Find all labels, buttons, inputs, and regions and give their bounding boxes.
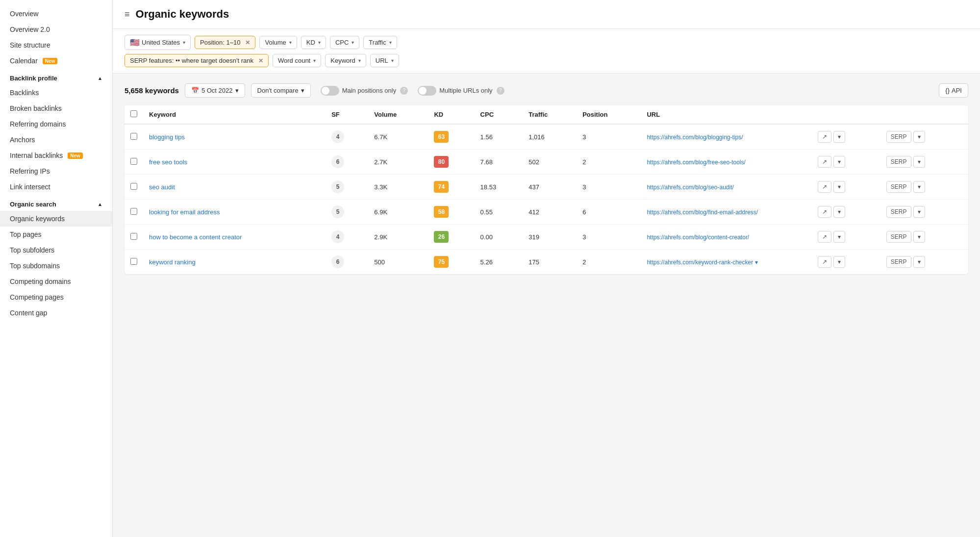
filter-traffic[interactable]: Traffic ▾ <box>363 36 397 49</box>
content-area: 5,658 keywords 📅 5 Oct 2022 ▾ Don't comp… <box>113 74 980 284</box>
keyword-link[interactable]: how to become a content creator <box>149 233 242 241</box>
row-sf: 4 <box>326 225 368 250</box>
filter-position[interactable]: Position: 1–10 ✕ <box>195 36 255 49</box>
filter-word-count[interactable]: Word count ▾ <box>273 54 321 67</box>
compare-button[interactable]: Don't compare ▾ <box>251 83 311 98</box>
sidebar-item-top-subdomains[interactable]: Top subdomains <box>0 258 112 274</box>
serp-dropdown-button[interactable]: ▾ <box>913 231 925 243</box>
close-icon[interactable]: ✕ <box>245 39 250 46</box>
multiple-urls-help-icon[interactable]: ? <box>497 87 504 95</box>
main-positions-toggle-group: Main positions only ? <box>321 86 408 96</box>
row-keyword: how to become a content creator <box>143 225 326 250</box>
sidebar-item-anchors[interactable]: Anchors <box>0 132 112 148</box>
serp-button[interactable]: SERP <box>886 231 911 243</box>
row-position: 3 <box>577 175 641 200</box>
chart-button[interactable]: ↗ <box>818 131 831 143</box>
sidebar-item-competing-pages[interactable]: Competing pages <box>0 289 112 305</box>
main-positions-toggle[interactable] <box>321 86 339 96</box>
serp-button[interactable]: SERP <box>886 156 911 168</box>
filter-volume[interactable]: Volume ▾ <box>259 36 297 49</box>
row-volume: 500 <box>368 250 428 275</box>
url-link[interactable]: https://ahrefs.com/blog/content-creator/ <box>647 234 749 241</box>
chart-button[interactable]: ↗ <box>818 256 831 268</box>
sidebar-item-referring-domains[interactable]: Referring domains <box>0 116 112 132</box>
chart-button[interactable]: ↗ <box>818 206 831 218</box>
sidebar-item-overview2[interactable]: Overview 2.0 <box>0 22 112 37</box>
serp-button[interactable]: SERP <box>886 206 911 218</box>
row-checkbox[interactable] <box>130 233 137 240</box>
sidebar-item-content-gap[interactable]: Content gap <box>0 305 112 321</box>
row-checkbox[interactable] <box>130 158 137 165</box>
sidebar-item-competing-domains[interactable]: Competing domains <box>0 274 112 289</box>
filter-country[interactable]: 🇺🇸 United States ▾ <box>125 35 191 50</box>
sidebar-item-broken-backlinks[interactable]: Broken backlinks <box>0 101 112 116</box>
sidebar-item-internal-backlinks[interactable]: Internal backlinks New <box>0 148 112 163</box>
api-button[interactable]: {} API <box>939 83 968 98</box>
filter-row-2: SERP features: •• where target doesn't r… <box>125 54 968 67</box>
chevron-down-icon-traffic: ▾ <box>389 40 392 45</box>
row-serp-action: SERP ▾ <box>880 150 968 175</box>
row-checkbox[interactable] <box>130 183 137 190</box>
row-serp-action: SERP ▾ <box>880 124 968 150</box>
serp-dropdown-button[interactable]: ▾ <box>913 181 925 193</box>
sidebar-item-backlinks[interactable]: Backlinks <box>0 85 112 101</box>
sidebar-item-referring-ips[interactable]: Referring IPs <box>0 163 112 179</box>
th-position: Position <box>577 105 641 124</box>
url-link[interactable]: https://ahrefs.com/blog/free-seo-tools/ <box>647 159 745 166</box>
chart-dropdown-button[interactable]: ▾ <box>833 131 845 143</box>
chart-dropdown-button[interactable]: ▾ <box>833 156 845 168</box>
keyword-link[interactable]: free seo tools <box>149 158 187 166</box>
serp-dropdown-button[interactable]: ▾ <box>913 256 925 268</box>
serp-button[interactable]: SERP <box>886 131 911 143</box>
close-icon-serp[interactable]: ✕ <box>258 57 263 64</box>
serp-button[interactable]: SERP <box>886 256 911 268</box>
row-checkbox[interactable] <box>130 258 137 265</box>
filter-cpc[interactable]: CPC ▾ <box>330 36 359 49</box>
chart-dropdown-button[interactable]: ▾ <box>833 206 845 218</box>
sidebar-item-link-intersect[interactable]: Link intersect <box>0 179 112 195</box>
main-positions-help-icon[interactable]: ? <box>400 87 408 95</box>
keyword-link[interactable]: looking for email address <box>149 208 220 216</box>
row-checkbox[interactable] <box>130 208 137 215</box>
keyword-link[interactable]: keyword ranking <box>149 258 196 266</box>
sidebar-section-backlink[interactable]: Backlink profile ▲ <box>0 69 112 85</box>
serp-button[interactable]: SERP <box>886 181 911 193</box>
serp-dropdown-button[interactable]: ▾ <box>913 156 925 168</box>
row-position: 3 <box>577 124 641 150</box>
filter-url[interactable]: URL ▾ <box>370 54 399 67</box>
filter-keyword[interactable]: Keyword ▾ <box>325 54 366 67</box>
sidebar-item-site-structure[interactable]: Site structure <box>0 37 112 53</box>
row-volume: 6.9K <box>368 200 428 225</box>
serp-dropdown-button[interactable]: ▾ <box>913 206 925 218</box>
chart-button[interactable]: ↗ <box>818 156 831 168</box>
keyword-link[interactable]: seo audit <box>149 183 175 191</box>
chart-button[interactable]: ↗ <box>818 181 831 193</box>
filter-serp[interactable]: SERP features: •• where target doesn't r… <box>125 54 269 67</box>
chart-button[interactable]: ↗ <box>818 231 831 243</box>
url-link[interactable]: https://ahrefs.com/blog/seo-audit/ <box>647 184 733 191</box>
row-keyword: free seo tools <box>143 150 326 175</box>
select-all-checkbox[interactable] <box>130 110 137 117</box>
chart-dropdown-button[interactable]: ▾ <box>833 231 845 243</box>
chart-dropdown-button[interactable]: ▾ <box>833 181 845 193</box>
url-link[interactable]: https://ahrefs.com/blog/blogging-tips/ <box>647 134 743 141</box>
sidebar-item-top-pages[interactable]: Top pages <box>0 227 112 242</box>
filters-bar: 🇺🇸 United States ▾ Position: 1–10 ✕ Volu… <box>113 29 980 74</box>
serp-dropdown-button[interactable]: ▾ <box>913 131 925 143</box>
keyword-link[interactable]: blogging tips <box>149 133 185 141</box>
sidebar-item-organic-keywords[interactable]: Organic keywords <box>0 211 112 227</box>
sidebar-item-top-subfolders[interactable]: Top subfolders <box>0 242 112 258</box>
hamburger-icon[interactable]: ≡ <box>125 9 130 20</box>
row-keyword: blogging tips <box>143 124 326 150</box>
sidebar-section-organic[interactable]: Organic search ▲ <box>0 195 112 211</box>
sidebar-item-overview[interactable]: Overview <box>0 6 112 22</box>
filter-kd[interactable]: KD ▾ <box>301 36 326 49</box>
date-picker-button[interactable]: 📅 5 Oct 2022 ▾ <box>185 83 245 98</box>
row-checkbox[interactable] <box>130 133 137 140</box>
url-link[interactable]: https://ahrefs.com/blog/find-email-addre… <box>647 209 758 216</box>
sidebar-item-calendar[interactable]: Calendar New <box>0 53 112 69</box>
chart-action-group: ↗ ▾ <box>818 256 875 268</box>
url-link[interactable]: https://ahrefs.com/keyword-rank-checker … <box>647 259 757 266</box>
multiple-urls-toggle[interactable] <box>418 86 436 96</box>
chart-dropdown-button[interactable]: ▾ <box>833 256 845 268</box>
